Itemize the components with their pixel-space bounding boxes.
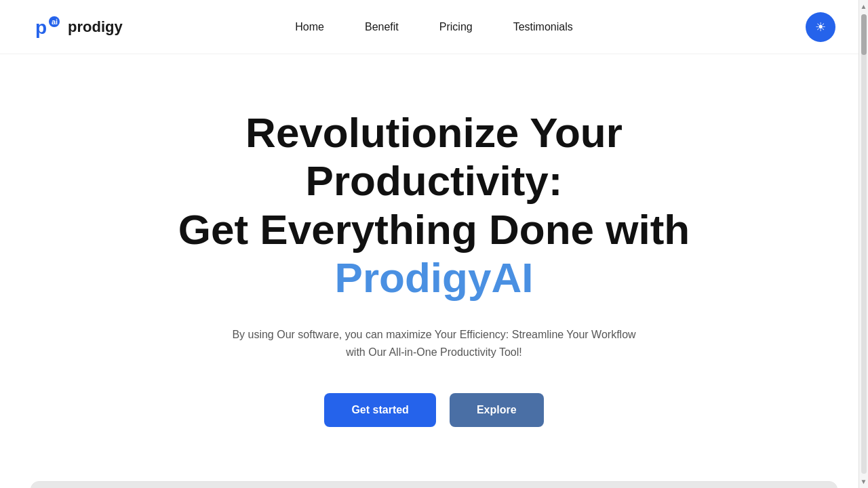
hero-section: Revolutionize Your Productivity: Get Eve…	[0, 54, 868, 468]
scroll-down-arrow[interactable]: ▼	[859, 476, 868, 487]
main-navbar: p ai prodigy Home Benefit Pricing Testim…	[0, 0, 868, 54]
scrollbar[interactable]: ▲ ▼	[859, 0, 868, 488]
prodigy-logo-icon: p ai	[33, 12, 62, 42]
nav-home[interactable]: Home	[295, 21, 324, 33]
hero-title-line2: Get Everything Done with	[178, 206, 690, 253]
browser-chrome: ⬜ ▾ ‹ › localhost ◑ ↻ ↑ + ⧉	[31, 482, 837, 488]
logo-area: p ai prodigy	[33, 12, 123, 42]
theme-toggle-button[interactable]: ☀	[806, 12, 835, 42]
hero-title: Revolutionize Your Productivity: Get Eve…	[129, 108, 739, 302]
nav-benefit[interactable]: Benefit	[365, 21, 399, 33]
svg-text:p: p	[35, 17, 47, 38]
scroll-thumb[interactable]	[861, 14, 867, 55]
explore-button[interactable]: Explore	[450, 393, 544, 427]
svg-text:ai: ai	[52, 18, 58, 26]
get-started-button[interactable]: Get started	[324, 393, 435, 427]
hero-buttons: Get started Explore	[324, 393, 543, 427]
nav-links: Home Benefit Pricing Testimonials	[295, 21, 572, 33]
nav-pricing[interactable]: Pricing	[439, 21, 473, 33]
scroll-up-arrow[interactable]: ▲	[859, 1, 868, 12]
nav-testimonials[interactable]: Testimonials	[513, 21, 573, 33]
hero-subtitle: By using Our software, you can maximize …	[224, 326, 644, 361]
logo-text: prodigy	[68, 18, 123, 36]
browser-mockup: ⬜ ▾ ‹ › localhost ◑ ↻ ↑ + ⧉ ai aibuddy	[31, 481, 837, 488]
scroll-track	[861, 14, 867, 474]
hero-title-line1: Revolutionize Your Productivity:	[245, 109, 623, 204]
hero-brand: ProdigyAI	[335, 254, 534, 301]
